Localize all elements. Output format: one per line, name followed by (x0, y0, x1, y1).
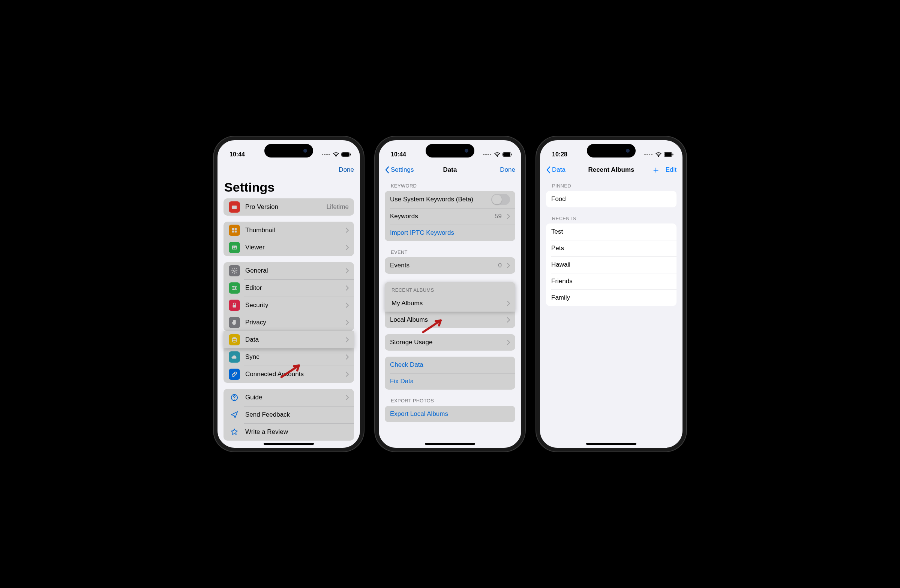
wifi-icon (494, 152, 500, 157)
done-button[interactable]: Done (500, 166, 515, 174)
row-export-local-albums[interactable]: Export Local Albums (385, 406, 515, 422)
row-recent-album[interactable]: Friends (546, 273, 677, 290)
chevron-icon (346, 354, 349, 360)
row-label: Pro Version (245, 203, 321, 211)
phone-data: 10:44 Settings Data Done Keyword Use Sys… (375, 137, 525, 451)
svg-rect-16 (233, 305, 236, 307)
dynamic-island (587, 144, 636, 158)
chevron-icon (507, 214, 510, 219)
hand-icon (229, 317, 240, 328)
status-time: 10:44 (230, 151, 245, 158)
svg-rect-6 (232, 228, 234, 230)
row-send-feedback[interactable]: Send Feedback (223, 406, 354, 424)
row-general[interactable]: General (223, 262, 354, 279)
row-import-keywords[interactable]: Import IPTC Keywords (385, 225, 515, 241)
back-button[interactable]: Data (546, 166, 565, 174)
edit-button[interactable]: Edit (666, 166, 677, 174)
svg-point-14 (235, 288, 236, 289)
dynamic-island (264, 144, 313, 158)
chevron-icon (346, 320, 349, 325)
svg-point-17 (233, 337, 237, 339)
row-recent-album[interactable]: Pets (546, 240, 677, 256)
row-data[interactable]: Data (223, 331, 354, 348)
row-thumbnail[interactable]: Thumbnail (223, 222, 354, 239)
home-indicator[interactable] (586, 443, 636, 445)
row-fix-data[interactable]: Fix Data (385, 373, 515, 389)
toggle-system-keywords[interactable] (491, 194, 510, 205)
back-button[interactable]: Settings (385, 166, 414, 174)
row-my-albums[interactable]: My Albums (385, 295, 515, 312)
done-button[interactable]: Done (338, 166, 354, 174)
row-sync[interactable]: Sync (223, 348, 354, 366)
battery-icon (503, 152, 512, 157)
help-icon (229, 392, 240, 403)
gear-icon (229, 265, 240, 276)
navbar: Data Recent Albums + Edit (540, 161, 683, 178)
star-icon (229, 427, 240, 438)
navbar: Done (217, 161, 360, 178)
svg-rect-5 (232, 206, 237, 207)
row-guide[interactable]: Guide (223, 389, 354, 406)
link-icon (229, 369, 240, 380)
row-storage-usage[interactable]: Storage Usage (385, 334, 515, 351)
phone-recent-albums: 10:28 Data Recent Albums + Edit Pinned F… (536, 137, 686, 451)
viewer-icon (229, 242, 240, 253)
row-write-review[interactable]: Write a Review (223, 424, 354, 441)
cellular-icon (644, 154, 653, 155)
svg-point-12 (234, 270, 236, 272)
svg-rect-9 (235, 231, 237, 233)
status-indicators (644, 152, 673, 157)
thumbnail-icon (229, 225, 240, 236)
svg-point-15 (233, 289, 234, 290)
add-button[interactable]: + (653, 165, 659, 175)
section-header: Event (379, 241, 521, 257)
row-recent-album[interactable]: Family (546, 290, 677, 306)
row-keywords[interactable]: Keywords 59 (385, 208, 515, 225)
row-events[interactable]: Events 0 (385, 257, 515, 274)
chevron-icon (346, 303, 349, 308)
chevron-icon (507, 340, 510, 345)
instruction-arrow (422, 319, 443, 334)
section-header: Recents (540, 207, 683, 223)
row-system-keywords[interactable]: Use System Keywords (Beta) (385, 191, 515, 208)
send-icon (229, 409, 240, 420)
home-indicator[interactable] (425, 443, 475, 445)
battery-icon (664, 152, 673, 157)
row-pro-version[interactable]: Pro Version Lifetime (223, 199, 354, 216)
row-recent-album[interactable]: Test (546, 223, 677, 240)
sliders-icon (229, 282, 240, 294)
pro-icon (229, 202, 240, 213)
chevron-icon (346, 337, 349, 342)
section-header: Recent Albums (385, 282, 515, 295)
row-viewer[interactable]: Viewer (223, 239, 354, 256)
row-pinned-album[interactable]: Food (546, 191, 677, 207)
cloud-icon (229, 351, 240, 363)
page-title: Settings (217, 178, 360, 199)
row-editor[interactable]: Editor (223, 279, 354, 296)
cellular-icon (322, 154, 330, 155)
chevron-icon (346, 268, 349, 273)
lock-icon (229, 299, 240, 311)
battery-icon (341, 152, 351, 157)
database-icon (229, 334, 240, 345)
row-check-data[interactable]: Check Data (385, 357, 515, 373)
svg-point-11 (233, 247, 234, 247)
dynamic-island (426, 144, 474, 158)
chevron-icon (507, 263, 510, 268)
row-recent-album[interactable]: Hawaii (546, 256, 677, 273)
chevron-icon (346, 245, 349, 250)
status-indicators (322, 152, 351, 157)
row-privacy[interactable]: Privacy (223, 314, 354, 331)
section-header: Pinned (540, 178, 683, 191)
svg-point-13 (233, 286, 234, 287)
chevron-icon (346, 372, 349, 377)
row-local-albums[interactable]: Local Albums (385, 312, 515, 328)
status-indicators (483, 152, 512, 157)
home-indicator[interactable] (264, 443, 314, 445)
chevron-icon (346, 228, 349, 233)
instruction-arrow (281, 364, 301, 379)
chevron-icon (346, 285, 349, 291)
row-security[interactable]: Security (223, 296, 354, 314)
navbar: Settings Data Done (379, 161, 521, 178)
cellular-icon (483, 154, 491, 155)
